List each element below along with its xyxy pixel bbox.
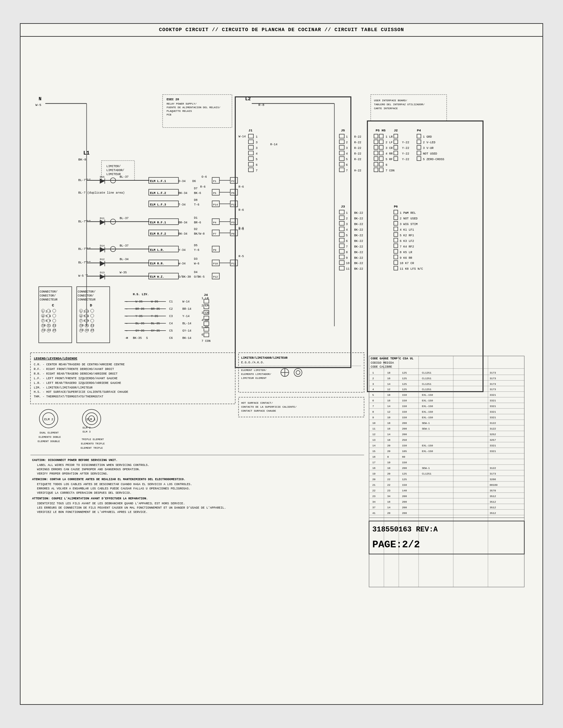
svg-text:P14: P14 [213,203,218,206]
svg-text:CAUTION: DISCONNECT POWER BEFO: CAUTION: DISCONNECT POWER BEFORE SERVICI… [32,459,117,462]
svg-text:150: 150 [402,444,407,447]
svg-text:4: 4 [256,152,257,156]
svg-text:4: 4 [372,388,374,391]
svg-text:BL-7 (duplicate line area): BL-7 (duplicate line area) [78,191,125,195]
svg-text:200: 200 [402,427,407,430]
svg-text:Y-22: Y-22 [402,147,409,150]
svg-text:ELM L.F.2: ELM L.F.2 [150,192,166,195]
svg-text:BL-7: BL-7 [78,248,86,251]
svg-text:10: 10 [387,461,391,464]
svg-text:C1: C1 [169,300,173,303]
svg-text:Y-34: Y-34 [178,249,186,252]
svg-text:ATENCION: CORTAR LA CORRIENTE : ATENCION: CORTAR LA CORRIENTE ANTES DE R… [32,478,185,481]
svg-text:BK-22: BK-22 [354,262,363,265]
svg-text:4: 4 [346,152,348,156]
svg-text:1 PWM REL: 1 PWM REL [400,211,416,215]
svg-text:N: N [39,96,41,102]
svg-text:3173: 3173 [490,472,496,475]
svg-text:CONNECTEUR: CONNECTEUR [78,298,96,301]
svg-text:12: 12 [372,433,376,436]
svg-text:C.R. - CENTER REAR/TRASERO DE : C.R. - CENTER REAR/TRASERO DE CENTRO/ARR… [34,363,125,366]
svg-text:LIMITADOR/: LIMITADOR/ [106,169,124,172]
svg-text:105: 105 [402,450,407,453]
svg-text:CONTACT SURFACE CHAUDE: CONTACT SURFACE CHAUDE [241,409,276,412]
svg-text:7 CON: 7 CON [386,169,395,172]
svg-text:200: 200 [402,422,407,425]
svg-text:O-6: O-6 [202,175,207,179]
svg-text:125: 125 [402,478,407,481]
svg-text:BK-22: BK-22 [354,267,363,271]
svg-text:ELEMENT DOUBLE: ELEMENT DOUBLE [38,440,60,443]
svg-text:00109: 00109 [490,483,497,486]
svg-text:ATTENTION: COUPEZ L'ALIMENTATI: ATTENTION: COUPEZ L'ALIMENTATION AVANT D… [32,497,148,500]
svg-text:→: → [125,321,127,326]
svg-text:→→: →→ [85,176,91,182]
svg-text:ELEMENT LIMITER/: ELEMENT LIMITER/ [241,369,266,372]
svg-text:3321: 3321 [490,410,496,413]
svg-text:R.F. - RIGHT FRONT/FRENTE DERE: R.F. - RIGHT FRONT/FRENTE DERECHO/AVANT … [34,368,114,371]
svg-text:3266: 3266 [490,478,496,481]
svg-text:18: 18 [387,393,391,396]
svg-text:P10: P10 [213,262,218,265]
svg-text:20: 20 [372,478,376,481]
svg-text:6: 6 [202,333,203,337]
svg-text:5 RF: 5 RF [202,326,209,329]
svg-text:7: 7 [346,245,348,249]
svg-text:L.F. - LEFT FRONT/FRENTE IZQUI: L.F. - LEFT FRONT/FRENTE IZQUIERDO/AVANT… [34,377,117,380]
svg-text:16: 16 [387,500,391,503]
svg-text:D5: D5 [194,244,198,247]
svg-text:1: 1 [346,135,348,139]
svg-text:SEW-1: SEW-1 [422,467,430,470]
svg-text:→: → [125,329,127,333]
svg-text:16: 16 [372,455,376,458]
svg-text:10: 10 [387,467,391,470]
svg-text:16: 16 [387,427,391,430]
svg-text:4   5   6: 4 5 6 [80,315,89,318]
svg-text:ELM L.F.3: ELM L.F.3 [150,203,166,206]
svg-text:LES ERREURS DE CONNECTION DE F: LES ERREURS DE CONNECTION DE FILS PEUVEN… [37,506,226,510]
svg-text:ELEMENTO TRIPLE: ELEMENTO TRIPLE [81,442,105,445]
svg-text:C: C [52,303,54,307]
svg-text:5 ZERO-CROSS: 5 ZERO-CROSS [423,158,445,161]
svg-text:W-5: W-5 [78,274,84,278]
svg-text:E.G.O./A.K.O.: E.G.O./A.K.O. [241,361,264,364]
svg-text:C5: C5 [169,329,173,333]
svg-text:VERIFIEZ LE BON FONCTIONNEMENT: VERIFIEZ LE BON FONCTIONNEMENT DE L'APPA… [37,511,148,514]
svg-text:R-6: R-6 [200,185,206,189]
svg-text:BL-35: BL-35 [135,322,144,325]
svg-text:150: 150 [402,399,407,402]
svg-text:USER INTERFACE BOARD/: USER INTERFACE BOARD/ [374,99,407,102]
page-container: COOKTOP CIRCUIT // CIRCUITO DE PLANCHA D… [20,23,543,705]
svg-text:3 WIG STIM: 3 WIG STIM [400,223,418,226]
svg-text:4   5   6: 4 5 6 [42,315,51,318]
svg-text:10: 10 [387,416,391,419]
svg-text:200: 200 [402,433,407,436]
svg-text:H.S. LIV.: H.S. LIV. [133,293,149,296]
svg-text:2 NOT USED: 2 NOT USED [400,217,418,220]
svg-text:41: 41 [372,512,376,515]
svg-text:BK-22: BK-22 [354,223,363,226]
svg-text:→: → [125,307,127,311]
svg-text:R-6: R-6 [238,208,244,212]
svg-text:CODE  GAUGE  TEMP°C  CSA     U: CODE GAUGE TEMP°C CSA UL [371,357,413,360]
svg-text:5 K2 RF1: 5 K2 RF1 [400,234,414,237]
svg-text:LIMITEUR: LIMITEUR [106,173,121,176]
svg-text:RELAY POWER SUPPLY/: RELAY POWER SUPPLY/ [166,102,197,105]
svg-text:3512: 3512 [490,495,496,498]
svg-text:EXL-150: EXL-150 [422,416,433,419]
svg-text:R-6: R-6 [238,227,244,230]
svg-text:BL-37: BL-37 [119,217,128,220]
svg-text:PCB: PCB [166,113,171,116]
svg-text:BK-22: BK-22 [354,228,363,232]
svg-text:IDENTIFIEZ TOUS LES FILS AVANT: IDENTIFIEZ TOUS LES FILS AVANT DE LES DE… [37,502,185,505]
svg-text:8: 8 [372,410,374,413]
svg-text:H-22: H-22 [354,169,361,172]
svg-text:R-6: R-6 [238,185,244,189]
svg-text:BK-22: BK-22 [354,217,363,220]
svg-text:R-22: R-22 [354,141,361,144]
svg-text:P6: P6 [394,205,398,208]
svg-text:EXL-150: EXL-150 [422,450,433,453]
svg-text:→→: →→ [85,245,91,250]
svg-text:3321: 3321 [490,416,496,419]
svg-text:2: 2 [372,377,374,380]
